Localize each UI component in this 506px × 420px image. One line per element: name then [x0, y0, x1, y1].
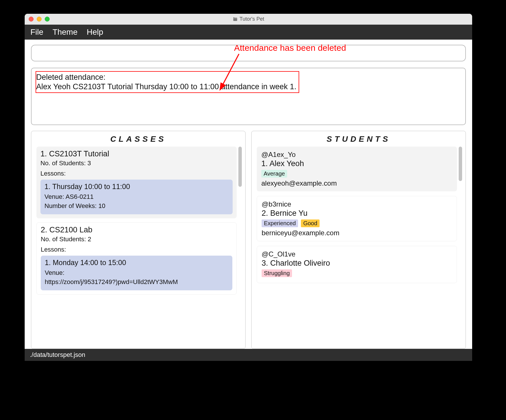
tag-row: Experienced Good: [262, 219, 452, 227]
result-highlight: Deleted attendance: Alex Yeoh CS2103T Tu…: [36, 71, 299, 93]
lesson-card[interactable]: 1. Thursday 10:00 to 11:00 Venue: AS6-02…: [40, 180, 233, 214]
lesson-time: 1. Monday 14:00 to 15:00: [45, 258, 228, 267]
students-scrollbar[interactable]: [458, 147, 463, 349]
titlebar: Tutor's Pet: [25, 14, 472, 25]
tag: Experienced: [262, 219, 298, 227]
lesson-venue: Venue:: [45, 269, 228, 277]
students-panel: STUDENTS @A1ex_Yo 1. Alex Yeoh Average a…: [251, 131, 466, 349]
result-detail: Alex Yeoh CS2103T Tutorial Thursday 10:0…: [36, 82, 296, 91]
students-header: STUDENTS: [252, 131, 466, 147]
scrollbar-thumb[interactable]: [459, 147, 462, 181]
app-window: Tutor's Pet File Theme Help Attendance h…: [25, 14, 472, 361]
class-card[interactable]: 2. CS2100 Lab No. of Students: 2 Lessons…: [36, 222, 237, 295]
lesson-card[interactable]: 1. Monday 14:00 to 15:00 Venue: https://…: [41, 256, 232, 290]
lesson-venue-url: https://zoom/j/95317249?)pwd=Ulld2tWY3Mw…: [45, 278, 228, 286]
tag: Average: [261, 170, 287, 178]
classes-panel: CLASSES 1. CS2103T Tutorial No. of Stude…: [31, 131, 246, 349]
maximize-icon[interactable]: [45, 17, 50, 22]
lesson-weeks: Number of Weeks: 10: [44, 202, 229, 210]
app-icon: [233, 17, 238, 22]
student-name: 1. Alex Yeoh: [261, 159, 452, 168]
tag: Struggling: [262, 269, 292, 277]
result-display: Deleted attendance: Alex Yeoh CS2103T Tu…: [31, 68, 466, 125]
tag-row: Average: [261, 170, 452, 178]
close-icon[interactable]: [29, 17, 34, 22]
scrollbar-thumb[interactable]: [238, 147, 242, 187]
class-card[interactable]: 1. CS2103T Tutorial No. of Students: 3 L…: [36, 147, 237, 218]
panels-row: CLASSES 1. CS2103T Tutorial No. of Stude…: [31, 131, 466, 349]
student-card[interactable]: @A1ex_Yo 1. Alex Yeoh Average alexyeoh@e…: [257, 147, 457, 191]
tag-row: Struggling: [262, 269, 452, 277]
class-students-count: No. of Students: 3: [40, 160, 233, 167]
statusbar: ./data/tutorspet.json: [25, 349, 472, 361]
lessons-label: Lessons:: [40, 170, 233, 177]
command-input[interactable]: [31, 45, 466, 61]
window-title: Tutor's Pet: [25, 16, 472, 22]
student-name: 2. Bernice Yu: [262, 209, 452, 218]
menubar: File Theme Help: [25, 25, 472, 40]
student-card[interactable]: @C_Ol1ve 3. Charlotte Oliveiro Strugglin…: [257, 246, 457, 283]
minimize-icon[interactable]: [37, 17, 42, 22]
result-header: Deleted attendance:: [36, 73, 296, 82]
body-area: Attendance has been deleted Deleted atte…: [25, 40, 472, 349]
student-handle: @b3rnice: [262, 200, 452, 208]
tag: Good: [301, 219, 320, 227]
student-name: 3. Charlotte Oliveiro: [262, 259, 452, 268]
window-title-text: Tutor's Pet: [240, 16, 264, 22]
menu-file[interactable]: File: [30, 28, 43, 37]
menu-theme[interactable]: Theme: [52, 28, 77, 37]
students-list[interactable]: @A1ex_Yo 1. Alex Yeoh Average alexyeoh@e…: [257, 147, 457, 349]
classes-scrollbar[interactable]: [238, 147, 242, 349]
window-controls: [29, 17, 50, 22]
class-students-count: No. of Students: 2: [41, 236, 232, 243]
class-title: 2. CS2100 Lab: [41, 225, 232, 234]
class-title: 1. CS2103T Tutorial: [40, 149, 233, 158]
status-path: ./data/tutorspet.json: [30, 351, 85, 359]
classes-list[interactable]: 1. CS2103T Tutorial No. of Students: 3 L…: [36, 147, 237, 349]
lessons-label: Lessons:: [41, 246, 232, 253]
student-email: berniceyu@example.com: [262, 229, 452, 237]
lesson-time: 1. Thursday 10:00 to 11:00: [44, 182, 229, 191]
menu-help[interactable]: Help: [87, 28, 103, 37]
lesson-venue: Venue: AS6-0211: [44, 193, 229, 201]
student-handle: @A1ex_Yo: [261, 151, 452, 159]
student-handle: @C_Ol1ve: [262, 250, 452, 258]
classes-header: CLASSES: [31, 131, 245, 147]
student-card[interactable]: @b3rnice 2. Bernice Yu Experienced Good …: [257, 196, 457, 241]
student-email: alexyeoh@example.com: [261, 179, 452, 187]
